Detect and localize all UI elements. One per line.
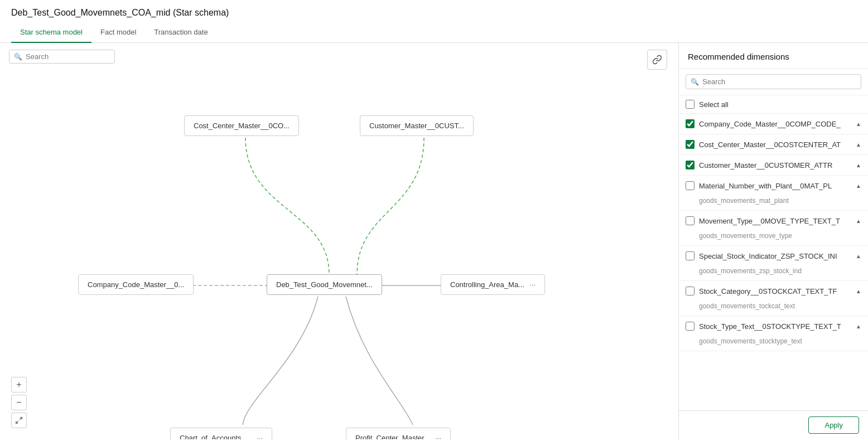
panel-title: Recommended dimensions	[679, 43, 868, 69]
dim-checkbox-special_stock[interactable]	[686, 251, 695, 260]
zoom-out-button[interactable]: −	[11, 395, 27, 410]
dimension-item-stock_category: Stock_Category__0STOCKCAT_TEXT_TF▲goods_…	[679, 281, 868, 316]
dim-header-company_code: Company_Code_Master__0COMP_CODE_▲	[679, 114, 868, 134]
dim-header-stock_category: Stock_Category__0STOCKCAT_TEXT_TF▲	[679, 281, 868, 301]
panel-search-icon: 🔍	[691, 78, 699, 86]
dim-label-movement_type: Movement_Type__0MOVE_TYPE_TEXT_T	[699, 217, 851, 225]
profit-center-dots[interactable]: ···	[435, 434, 441, 439]
canvas-search-icon: 🔍	[14, 53, 22, 61]
dim-label-company_code: Company_Code_Master__0COMP_CODE_	[699, 120, 851, 128]
dim-header-customer: Customer_Master__0CUSTOMER_ATTR▲	[679, 155, 868, 175]
dimension-item-mat_number: Material_Number_with_Plant__0MAT_PL▲good…	[679, 176, 868, 211]
dim-header-stock_type: Stock_Type_Text__0STOCKTYPE_TEXT_T▲	[679, 316, 868, 336]
dim-header-cost_center: Cost_Center_Master__0COSTCENTER_AT▲	[679, 134, 868, 154]
dim-chevron-customer[interactable]: ▲	[856, 162, 861, 168]
tabs-bar: Star schema model Fact model Transaction…	[0, 22, 868, 43]
dim-label-mat_number: Material_Number_with_Plant__0MAT_PL	[699, 182, 851, 190]
dim-chevron-cost_center[interactable]: ▲	[856, 142, 861, 148]
dim-sub-mat_number: goods_movements_mat_plant	[679, 196, 868, 210]
apply-button[interactable]: Apply	[808, 416, 859, 434]
dim-chevron-mat_number[interactable]: ▲	[856, 183, 861, 189]
main-layout: 🔍 Cost_Center_Master	[0, 43, 868, 439]
zoom-controls: + −	[11, 377, 27, 428]
panel-search-input[interactable]	[702, 77, 856, 86]
dim-checkbox-movement_type[interactable]	[686, 216, 695, 225]
select-all-checkbox[interactable]	[686, 100, 695, 109]
zoom-in-button[interactable]: +	[11, 377, 27, 392]
dim-checkbox-mat_number[interactable]	[686, 181, 695, 190]
dim-label-customer: Customer_Master__0CUSTOMER_ATTR	[699, 161, 851, 169]
chart-accounts-dots[interactable]: ···	[257, 434, 263, 439]
dimension-item-movement_type: Movement_Type__0MOVE_TYPE_TEXT_T▲goods_m…	[679, 211, 868, 246]
dim-checkbox-stock_type[interactable]	[686, 322, 695, 331]
dimension-item-company_code: Company_Code_Master__0COMP_CODE_▲	[679, 114, 868, 134]
canvas-search-box[interactable]: 🔍	[9, 50, 115, 64]
dim-checkbox-customer[interactable]	[686, 161, 695, 169]
schema-connections	[0, 43, 678, 439]
dim-sub-stock_category: goods_movements_tockcat_text	[679, 301, 868, 316]
tab-transaction-date[interactable]: Transaction date	[145, 22, 216, 43]
node-customer-master[interactable]: Customer_Master__0CUST...	[360, 115, 474, 136]
dimensions-list: Company_Code_Master__0COMP_CODE_▲Cost_Ce…	[679, 114, 868, 410]
node-company-code[interactable]: Company_Code_Master__0...	[78, 274, 194, 295]
controlling-area-dots[interactable]: ···	[530, 280, 536, 289]
dim-label-special_stock: Special_Stock_Indicator_ZSP_STOCK_INI	[699, 252, 851, 260]
dimension-item-stock_type: Stock_Type_Text__0STOCKTYPE_TEXT_T▲goods…	[679, 316, 868, 351]
dim-label-stock_category: Stock_Category__0STOCKCAT_TEXT_TF	[699, 287, 851, 295]
dimension-item-customer: Customer_Master__0CUSTOMER_ATTR▲	[679, 155, 868, 176]
dim-label-cost_center: Cost_Center_Master__0COSTCENTER_AT	[699, 140, 851, 149]
dim-header-special_stock: Special_Stock_Indicator_ZSP_STOCK_INI▲	[679, 246, 868, 266]
node-chart-of-accounts[interactable]: Chart_of_Accounts_... ···	[170, 428, 272, 439]
dim-chevron-company_code[interactable]: ▲	[856, 121, 861, 127]
select-all-label[interactable]: Select all	[699, 100, 729, 109]
dim-sub-special_stock: goods_movements_zsp_stock_ind	[679, 266, 868, 280]
dim-header-mat_number: Material_Number_with_Plant__0MAT_PL▲	[679, 176, 868, 196]
node-center[interactable]: Deb_Test_Good_Movemnet...	[267, 274, 382, 295]
svg-line-2	[20, 418, 22, 420]
fullscreen-button[interactable]	[11, 413, 27, 428]
dimension-item-special_stock: Special_Stock_Indicator_ZSP_STOCK_INI▲go…	[679, 246, 868, 281]
dim-header-movement_type: Movement_Type__0MOVE_TYPE_TEXT_T▲	[679, 211, 868, 231]
canvas-search-input[interactable]	[26, 52, 109, 61]
node-profit-center[interactable]: Profit_Center_Master... ···	[346, 428, 451, 439]
tab-star-schema[interactable]: Star schema model	[11, 22, 91, 43]
dim-chevron-movement_type[interactable]: ▲	[856, 218, 861, 224]
right-panel: Recommended dimensions 🔍 Select all Comp…	[678, 43, 868, 439]
link-icon-button[interactable]	[647, 50, 667, 70]
select-all-row: Select all	[679, 95, 868, 114]
dim-checkbox-company_code[interactable]	[686, 119, 695, 128]
dim-sub-movement_type: goods_movements_move_type	[679, 231, 868, 245]
dim-label-stock_type: Stock_Type_Text__0STOCKTYPE_TEXT_T	[699, 322, 851, 331]
dim-checkbox-stock_category[interactable]	[686, 287, 695, 295]
canvas-area: 🔍 Cost_Center_Master	[0, 43, 678, 439]
node-controlling-area[interactable]: Controlling_Area_Ma... ···	[441, 274, 545, 295]
dim-chevron-stock_type[interactable]: ▲	[856, 323, 861, 329]
panel-footer: Apply	[679, 410, 868, 439]
panel-search-box[interactable]: 🔍	[686, 74, 861, 89]
panel-search-container: 🔍	[679, 69, 868, 95]
dim-checkbox-cost_center[interactable]	[686, 140, 695, 149]
dim-sub-stock_type: goods_movements_stocktype_text	[679, 336, 868, 351]
page-title: Deb_Test_Good_Movemnets_COA_mid (Star sc…	[0, 0, 868, 22]
dim-chevron-stock_category[interactable]: ▲	[856, 288, 861, 294]
svg-line-3	[16, 421, 18, 423]
tab-fact-model[interactable]: Fact model	[91, 22, 145, 43]
node-cost-center[interactable]: Cost_Center_Master__0CO...	[184, 115, 299, 136]
dimension-item-cost_center: Cost_Center_Master__0COSTCENTER_AT▲	[679, 134, 868, 155]
dim-chevron-special_stock[interactable]: ▲	[856, 253, 861, 259]
